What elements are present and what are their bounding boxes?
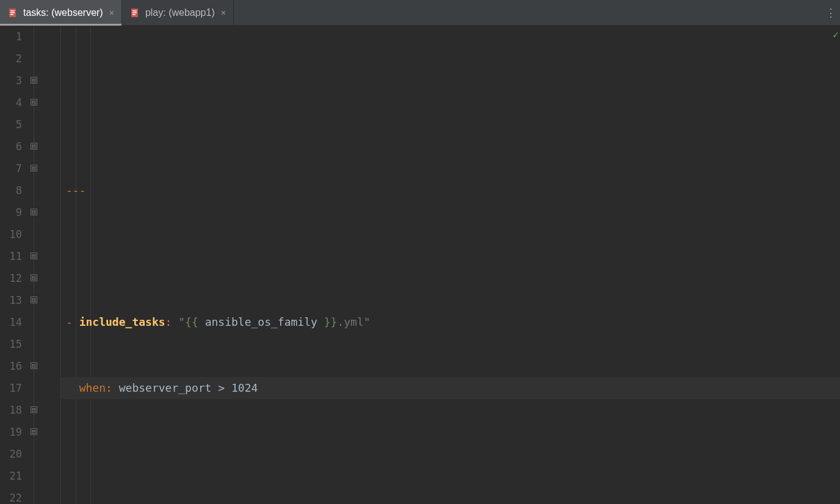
line-number: 10: [0, 223, 22, 245]
fold-toggle-icon[interactable]: ⊟: [31, 253, 37, 259]
fold-toggle-icon[interactable]: ⊟: [31, 77, 37, 84]
close-icon[interactable]: ×: [221, 8, 226, 18]
line-number: 11: [0, 245, 22, 267]
line-number: 4: [0, 92, 22, 113]
fold-toggle-icon[interactable]: ⊟: [31, 165, 37, 171]
line-number: 1: [0, 26, 22, 48]
close-icon[interactable]: ×: [109, 8, 114, 18]
svg-rect-3: [10, 14, 13, 15]
editor-window: tasks: (webserver) × play: (webapp1) × ⋮…: [0, 0, 840, 504]
fold-toggle-icon[interactable]: ⊟: [31, 275, 37, 281]
line-number: 20: [0, 443, 22, 465]
analysis-ok-icon: ✓: [831, 28, 840, 40]
fold-toggle-icon[interactable]: ⊟: [31, 143, 37, 149]
gutter: 1 2 3 4 5 6 7 8 9 10 11 12 13 14 15 16 1…: [0, 26, 31, 504]
line-number: 17: [0, 377, 22, 399]
fold-column: ⊟⊟⊟⊟⊟⊟⊟⊟⊟⊟⊟: [31, 26, 61, 504]
line-number: 7: [0, 157, 22, 179]
line-number: 9: [0, 201, 22, 223]
tab-label: play: (webapp1): [145, 7, 215, 18]
code-area[interactable]: --- - include_tasks: "{{ ansible_os_fami…: [61, 26, 840, 504]
yaml-file-icon: [131, 8, 140, 18]
svg-rect-1: [10, 10, 15, 12]
code-line: when: webserver_port > 1024: [66, 377, 840, 399]
line-number: 21: [0, 465, 22, 487]
svg-rect-6: [132, 12, 137, 13]
editor[interactable]: 1 2 3 4 5 6 7 8 9 10 11 12 13 14 15 16 1…: [0, 26, 840, 504]
code-line: [66, 443, 840, 465]
line-number: 8: [0, 179, 22, 201]
code-line: [66, 245, 840, 267]
fold-toggle-icon[interactable]: ⊟: [31, 99, 37, 106]
line-number: 13: [0, 289, 22, 311]
fold-toggle-icon[interactable]: ⊟: [31, 209, 37, 215]
line-number: 2: [0, 48, 22, 70]
fold-toggle-icon[interactable]: ⊟: [31, 362, 37, 369]
line-number: 5: [0, 113, 22, 135]
fold-toggle-icon[interactable]: ⊟: [31, 297, 37, 303]
line-number: 19: [0, 421, 22, 443]
line-number: 12: [0, 267, 22, 289]
tabs-overflow-button[interactable]: ⋮: [825, 0, 836, 25]
svg-rect-7: [132, 14, 136, 15]
tab-label: tasks: (webserver): [23, 7, 103, 18]
tab-tasks-webserver[interactable]: tasks: (webserver) ×: [0, 0, 122, 25]
line-number: 22: [0, 487, 22, 504]
tab-play-webapp1[interactable]: play: (webapp1) ×: [122, 0, 234, 25]
code-line: - include_tasks: "{{ ansible_os_family }…: [66, 311, 840, 333]
yaml-file-icon: [9, 8, 18, 18]
line-number: 16: [0, 355, 22, 377]
fold-toggle-icon[interactable]: ⊟: [31, 406, 37, 413]
line-number: 14: [0, 311, 22, 333]
code-line: ---: [66, 179, 840, 201]
fold-toggle-icon[interactable]: ⊟: [31, 428, 37, 435]
svg-rect-5: [132, 10, 137, 12]
line-number: 6: [0, 135, 22, 157]
svg-rect-2: [10, 12, 15, 13]
line-number: 15: [0, 333, 22, 355]
line-number: 3: [0, 70, 22, 92]
tab-bar: tasks: (webserver) × play: (webapp1) × ⋮: [0, 0, 840, 26]
line-number: 18: [0, 399, 22, 421]
